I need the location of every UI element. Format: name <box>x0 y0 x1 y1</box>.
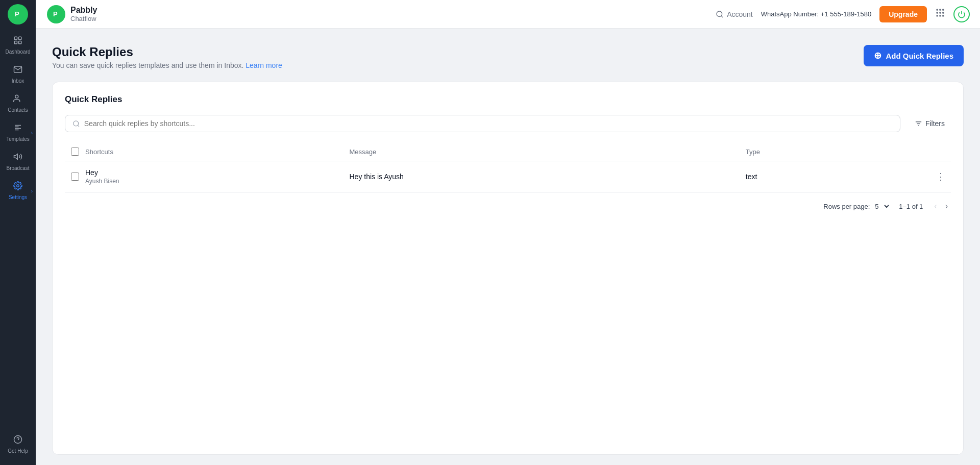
search-filter-row: Filters <box>65 115 951 132</box>
filter-button[interactable]: Filters <box>909 115 951 132</box>
svg-point-29 <box>74 120 79 126</box>
sidebar-item-label: Contacts <box>8 107 28 113</box>
upgrade-button[interactable]: Upgrade <box>879 6 927 22</box>
rows-per-page: Rows per page: 5 10 25 <box>823 202 891 211</box>
row-checkbox[interactable] <box>71 173 79 181</box>
sidebar-item-get-help[interactable]: Get Help <box>0 430 36 459</box>
chevron-right-icon: › <box>31 188 33 193</box>
header-shortcuts: Shortcuts <box>85 148 350 156</box>
sidebar-item-contacts[interactable]: Contacts <box>0 89 36 118</box>
sidebar-item-settings[interactable]: Settings › <box>0 176 36 205</box>
type-cell: text <box>746 173 930 181</box>
grid-icon[interactable] <box>935 8 945 20</box>
page-subtitle: You can save quick replies templates and… <box>52 61 282 69</box>
filter-icon <box>915 120 922 128</box>
learn-more-link[interactable]: Learn more <box>246 61 282 69</box>
sidebar-item-label: Inbox <box>12 78 24 84</box>
next-page-button[interactable]: › <box>942 201 951 212</box>
svg-rect-4 <box>937 9 938 11</box>
pabbly-logo-icon: P <box>47 5 65 23</box>
brand-sub: Chatflow <box>70 15 97 23</box>
templates-icon <box>13 123 22 135</box>
card-title: Quick Replies <box>65 94 951 105</box>
svg-marker-25 <box>14 154 18 160</box>
sidebar-item-label: Broadcast <box>6 165 29 171</box>
sidebar-item-label: Settings <box>9 194 27 200</box>
svg-text:P: P <box>15 10 19 18</box>
topbar: P Pabbly Chatflow Account WhatsApp Numbe… <box>0 0 980 29</box>
svg-rect-18 <box>14 41 17 44</box>
svg-point-20 <box>15 95 18 98</box>
add-quick-replies-button[interactable]: ⊕ Add Quick Replies <box>864 45 964 66</box>
main-content: Quick Replies You can save quick replies… <box>36 29 980 465</box>
brand-name: Pabbly <box>70 5 97 15</box>
dashboard-icon <box>13 36 22 47</box>
row-actions-button[interactable]: ⋮ <box>930 171 951 182</box>
svg-rect-8 <box>939 12 941 13</box>
svg-rect-7 <box>937 12 938 13</box>
svg-line-30 <box>78 125 79 127</box>
topbar-logo-text: Pabbly Chatflow <box>70 5 97 23</box>
page-header: Quick Replies You can save quick replies… <box>52 45 964 69</box>
search-input[interactable] <box>84 119 893 128</box>
svg-rect-10 <box>937 15 938 16</box>
svg-point-26 <box>17 185 19 187</box>
shortcut-cell: Hey Ayush Bisen <box>85 168 350 185</box>
table-row: Hey Ayush Bisen Hey this is Ayush text ⋮ <box>65 161 951 192</box>
svg-text:P: P <box>53 10 58 18</box>
sidebar-item-dashboard[interactable]: Dashboard <box>0 31 36 60</box>
row-checkbox-area <box>65 173 85 181</box>
whatsapp-number: WhatsApp Number: +1 555-189-1580 <box>761 10 871 18</box>
page-header-left: Quick Replies You can save quick replies… <box>52 45 282 69</box>
help-icon <box>13 435 22 447</box>
shortcut-name: Hey <box>85 168 350 177</box>
svg-rect-12 <box>942 15 944 16</box>
topbar-logo: P Pabbly Chatflow <box>47 5 97 23</box>
table-header-row: Shortcuts Message Type <box>65 142 951 161</box>
select-all-checkbox[interactable] <box>71 148 79 156</box>
quick-replies-card: Quick Replies Filters <box>52 82 964 455</box>
header-message: Message <box>350 148 746 156</box>
broadcast-icon <box>13 152 22 164</box>
topbar-right: Account WhatsApp Number: +1 555-189-1580… <box>716 6 970 22</box>
inbox-icon <box>13 65 22 77</box>
chevron-right-icon: › <box>31 130 33 135</box>
page-nav: ‹ › <box>931 201 951 212</box>
filter-label: Filters <box>925 119 945 128</box>
contacts-icon <box>13 94 22 106</box>
svg-rect-17 <box>19 37 21 39</box>
header-type: Type <box>746 148 930 156</box>
rows-per-page-select[interactable]: 5 10 25 <box>873 202 891 211</box>
prev-page-button[interactable]: ‹ <box>931 201 940 212</box>
svg-rect-19 <box>19 41 21 44</box>
svg-rect-6 <box>942 9 944 11</box>
sidebar-item-templates[interactable]: Templates › <box>0 118 36 147</box>
sidebar-item-label: Dashboard <box>6 49 31 55</box>
svg-rect-16 <box>14 37 17 39</box>
power-icon[interactable] <box>953 6 970 22</box>
page-info: 1–1 of 1 <box>899 203 923 210</box>
shortcut-sub: Ayush Bisen <box>85 178 350 185</box>
svg-rect-5 <box>939 9 941 11</box>
sidebar: P Dashboard Inbox Contacts Templates › B… <box>0 0 36 465</box>
search-icon <box>716 10 724 18</box>
svg-rect-11 <box>939 15 941 16</box>
message-cell: Hey this is Ayush <box>350 173 746 181</box>
svg-rect-9 <box>942 12 944 13</box>
sidebar-item-inbox[interactable]: Inbox <box>0 60 36 89</box>
settings-icon <box>13 181 22 193</box>
sidebar-item-broadcast[interactable]: Broadcast <box>0 147 36 176</box>
svg-point-2 <box>717 11 722 17</box>
rows-per-page-label: Rows per page: <box>823 203 870 210</box>
sidebar-item-label: Get Help <box>8 448 28 454</box>
search-icon <box>72 120 80 128</box>
search-account[interactable]: Account <box>716 10 753 18</box>
table: Shortcuts Message Type Hey Ayush Bisen H… <box>65 142 951 212</box>
search-box[interactable] <box>65 115 900 132</box>
pagination-row: Rows per page: 5 10 25 1–1 of 1 ‹ › <box>65 201 951 212</box>
sidebar-item-label: Templates <box>6 136 30 142</box>
account-label: Account <box>727 10 753 18</box>
table-header-checkbox <box>65 148 85 156</box>
page-title: Quick Replies <box>52 45 282 59</box>
sidebar-logo: P <box>8 4 28 25</box>
